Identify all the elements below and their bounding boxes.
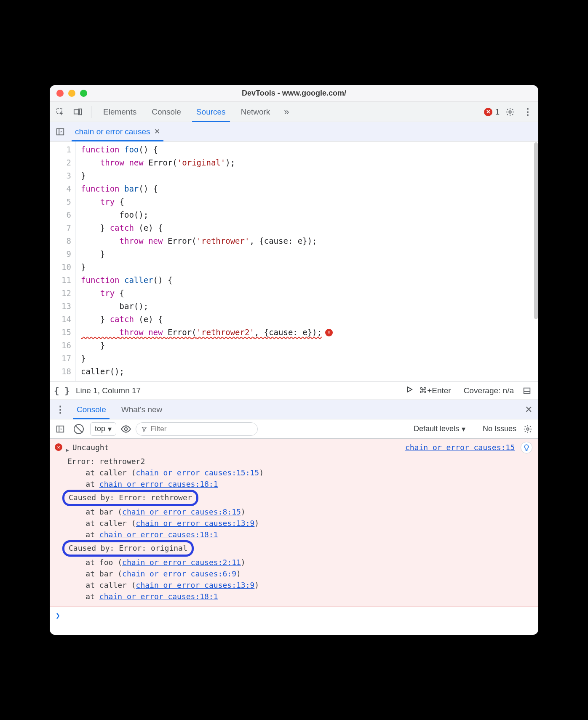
error-head: Uncaught — [72, 442, 109, 453]
divider — [91, 106, 91, 118]
inspect-element-icon[interactable] — [53, 105, 67, 119]
chevron-down-icon: ▾ — [462, 424, 465, 434]
code-line[interactable]: function bar() { — [81, 182, 333, 195]
code-line[interactable]: throw new Error('original'); — [81, 156, 333, 169]
line-number: 9 — [50, 248, 75, 261]
source-editor[interactable]: 123456789101112131415161718 function foo… — [50, 141, 538, 381]
svg-rect-8 — [57, 426, 64, 432]
error-icon: ✕ — [484, 108, 492, 116]
stack-link[interactable]: chain or error causes:13:9 — [136, 519, 255, 528]
code-line[interactable]: } catch (e) { — [81, 313, 333, 326]
drawer-tab-console[interactable]: Console — [71, 400, 112, 419]
line-number: 3 — [50, 169, 75, 182]
run-icon[interactable] — [406, 386, 413, 395]
sidebar-toggle-icon[interactable] — [53, 422, 67, 436]
drawer-tab-whatsnew[interactable]: What's new — [115, 400, 168, 419]
stack-trace: Error: rethrower2 at caller (chain or er… — [55, 456, 533, 602]
line-number: 2 — [50, 156, 75, 169]
gear-icon[interactable] — [521, 422, 535, 436]
code-line[interactable]: } — [81, 169, 333, 182]
console-prompt[interactable]: ❯ — [50, 607, 538, 624]
svg-rect-4 — [57, 128, 64, 135]
svg-rect-6 — [524, 388, 530, 393]
execution-context-select[interactable]: top ▾ — [90, 422, 116, 436]
live-expression-icon[interactable] — [120, 424, 131, 435]
kebab-icon[interactable]: ⋮ — [53, 403, 67, 417]
error-origin-link[interactable]: chain or error causes:15 — [405, 442, 515, 453]
stack-link[interactable]: chain or error causes:18:1 — [99, 530, 218, 539]
code-line[interactable]: function caller() { — [81, 274, 333, 287]
file-tab[interactable]: chain or error causes ✕ — [72, 122, 163, 141]
close-icon[interactable]: ✕ — [154, 127, 160, 136]
collapse-drawer-icon[interactable] — [520, 384, 534, 398]
console-body: chain or error causes:15 ✕ ▶ Uncaught Er… — [50, 439, 538, 635]
line-gutter: 123456789101112131415161718 — [50, 141, 76, 381]
coverage-label[interactable]: Coverage: n/a — [464, 386, 514, 395]
stack-link[interactable]: chain or error causes:18:1 — [99, 592, 218, 601]
code-line[interactable]: } — [81, 339, 333, 352]
expand-icon[interactable]: ▶ — [66, 444, 69, 456]
run-shortcut: ⌘+Enter — [419, 386, 451, 395]
svg-point-10 — [125, 427, 128, 430]
inline-error-icon[interactable]: ✕ — [325, 329, 333, 336]
close-icon[interactable]: ✕ — [522, 403, 535, 416]
vertical-scrollbar[interactable] — [534, 142, 538, 319]
code-line[interactable]: throw new Error('rethrower2', {cause: e}… — [81, 326, 333, 339]
clear-console-icon[interactable] — [72, 422, 86, 436]
code-line[interactable]: try { — [81, 287, 333, 300]
chevron-down-icon: ▾ — [108, 424, 112, 434]
code-line[interactable]: foo(); — [81, 208, 333, 221]
code-line[interactable]: bar(); — [81, 300, 333, 313]
errors-count[interactable]: ✕ 1 — [484, 107, 500, 117]
tab-sources[interactable]: Sources — [190, 102, 232, 122]
stack-link[interactable]: chain or error causes:18:1 — [99, 480, 218, 488]
close-icon[interactable] — [56, 90, 64, 97]
line-number: 17 — [50, 352, 75, 365]
log-levels-select[interactable]: Default levels ▾ — [414, 424, 465, 434]
code-line[interactable]: } — [81, 248, 333, 261]
levels-label: Default levels — [414, 424, 459, 433]
line-number: 6 — [50, 208, 75, 221]
code-line[interactable]: } catch (e) { — [81, 221, 333, 235]
context-value: top — [95, 424, 105, 433]
gear-icon[interactable] — [503, 105, 517, 119]
device-toolbar-icon[interactable] — [71, 105, 85, 119]
tab-network[interactable]: Network — [235, 102, 276, 122]
zoom-icon[interactable] — [80, 90, 87, 97]
filter-input[interactable] — [151, 425, 252, 433]
chevron-right-icon: ❯ — [56, 610, 60, 621]
errors-count-value: 1 — [495, 107, 500, 117]
file-tabstrip: chain or error causes ✕ — [50, 122, 538, 141]
issues-label[interactable]: No Issues — [483, 424, 516, 433]
stack-link[interactable]: chain or error causes:13:9 — [136, 581, 255, 589]
stack-link[interactable]: chain or error causes:8:15 — [122, 507, 241, 516]
kebab-icon[interactable]: ⋮ — [521, 105, 535, 119]
code-line[interactable]: throw new Error('rethrower', {cause: e})… — [81, 235, 333, 248]
console-error-entry[interactable]: chain or error causes:15 ✕ ▶ Uncaught Er… — [50, 439, 538, 607]
divider — [474, 424, 474, 435]
pretty-print-icon[interactable]: { } — [54, 386, 70, 396]
ai-insight-icon[interactable] — [521, 442, 532, 453]
error-icon: ✕ — [55, 443, 62, 451]
more-tabs-icon[interactable]: » — [279, 105, 294, 119]
line-number: 13 — [50, 300, 75, 313]
line-number: 15 — [50, 326, 75, 339]
tab-elements[interactable]: Elements — [97, 102, 142, 122]
navigator-toggle-icon[interactable] — [53, 125, 67, 139]
stack-link[interactable]: chain or error causes:6:9 — [122, 569, 236, 578]
code-line[interactable]: } — [81, 261, 333, 274]
code-line[interactable]: try { — [81, 195, 333, 208]
filter-field[interactable] — [136, 422, 258, 436]
drawer-tabstrip: ⋮ Console What's new ✕ — [50, 400, 538, 419]
tab-console[interactable]: Console — [146, 102, 187, 122]
code-line[interactable]: } — [81, 352, 333, 365]
stack-link[interactable]: chain or error causes:2:11 — [122, 558, 241, 567]
stack-link[interactable]: chain or error causes:15:15 — [136, 468, 259, 477]
line-number: 5 — [50, 195, 75, 208]
line-number: 12 — [50, 287, 75, 300]
code-line[interactable]: caller(); — [81, 365, 333, 378]
minimize-icon[interactable] — [68, 90, 75, 97]
code-line[interactable]: function foo() { — [81, 143, 333, 156]
code-area[interactable]: function foo() { throw new Error('origin… — [76, 141, 333, 381]
line-number: 18 — [50, 365, 75, 378]
